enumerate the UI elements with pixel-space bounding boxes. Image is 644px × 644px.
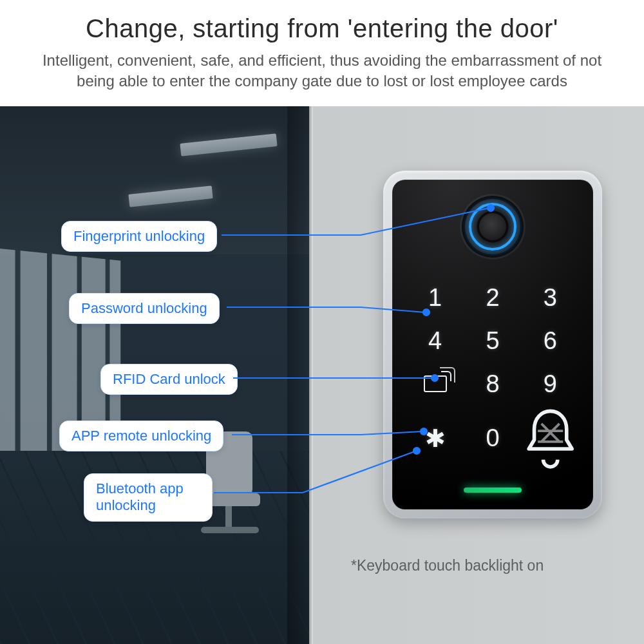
keypad-key-8[interactable]: 8 xyxy=(486,370,499,398)
page-title: Change, starting from 'entering the door… xyxy=(0,14,644,43)
callout-rfid: RFID Card unlock xyxy=(100,364,238,395)
callout-bluetooth: Bluetooth app unlocking xyxy=(84,473,213,522)
device-panel: 1 2 3 4 5 6 8 9 ✱ 0 xyxy=(392,180,593,509)
keypad-key-1[interactable]: 1 xyxy=(428,284,442,312)
keypad-key-6[interactable]: 6 xyxy=(544,327,557,355)
keypad-key-9[interactable]: 9 xyxy=(544,370,557,398)
keypad-key-4[interactable]: 4 xyxy=(428,327,442,355)
keypad-key-0[interactable]: 0 xyxy=(486,424,499,452)
hero-image: 1 2 3 4 5 6 8 9 ✱ 0 xyxy=(0,106,644,644)
door-edge-divider xyxy=(309,106,313,644)
keypad-key-5[interactable]: 5 xyxy=(486,327,499,355)
access-control-device: 1 2 3 4 5 6 8 9 ✱ 0 xyxy=(383,171,602,518)
keypad-key-hash-bell[interactable] xyxy=(522,406,579,471)
callout-app: APP remote unlocking xyxy=(59,421,223,451)
device-caption: *Keyboard touch backlight on xyxy=(351,557,544,574)
status-led-icon xyxy=(464,488,522,493)
keypad-key-rfid[interactable] xyxy=(424,370,447,398)
keypad-key-star[interactable]: ✱ xyxy=(425,424,446,453)
keypad: 1 2 3 4 5 6 8 9 ✱ 0 xyxy=(406,276,579,471)
keypad-key-3[interactable]: 3 xyxy=(544,284,557,312)
doorbell-hash-icon xyxy=(522,406,579,471)
fingerprint-sensor-icon[interactable] xyxy=(465,199,520,254)
keypad-key-2[interactable]: 2 xyxy=(486,284,499,312)
callout-password: Password unlocking xyxy=(69,293,220,324)
rfid-card-icon xyxy=(424,375,447,392)
callout-fingerprint: Fingerprint unlocking xyxy=(61,221,217,252)
page-subtitle: Intelligent, convenient, safe, and effic… xyxy=(26,50,618,92)
